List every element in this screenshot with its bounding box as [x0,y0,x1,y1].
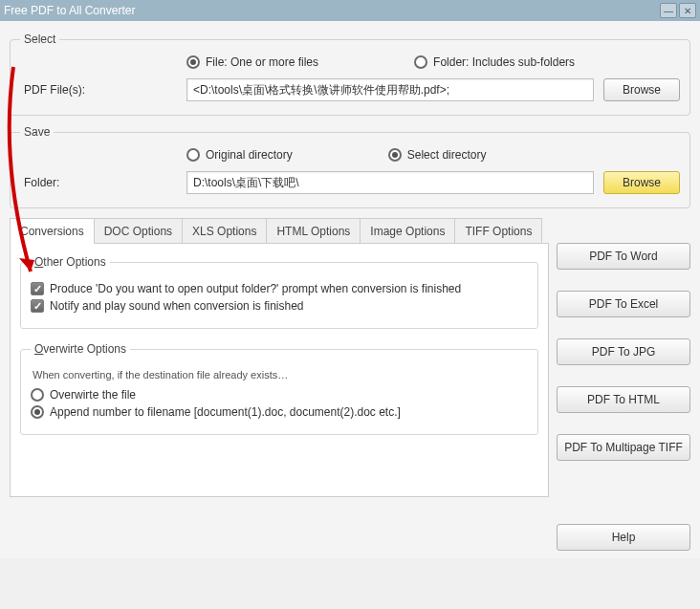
minimize-button[interactable]: — [660,3,677,18]
radio-file-mode[interactable]: File: One or more files [186,55,318,69]
browse-files-button[interactable]: Browse [603,78,680,101]
radio-icon [414,55,427,69]
tab-image-options[interactable]: Image Options [360,218,455,244]
folder-input[interactable] [186,171,594,194]
radio-original-dir[interactable]: Original directory [186,148,293,162]
overwrite-hint: When converting, if the destination file… [33,369,528,381]
radio-append-label: Append number to filename [document(1).d… [50,405,401,419]
tab-doc-options[interactable]: DOC Options [94,218,183,244]
tab-conversions[interactable]: Conversions [10,218,95,244]
pdf-to-excel-button[interactable]: PDF To Excel [557,291,690,317]
radio-original-label: Original directory [206,148,293,162]
radio-append-number[interactable]: Append number to filename [document(1).d… [31,405,528,419]
radio-icon [186,55,200,69]
tab-xls-options[interactable]: XLS Options [182,218,267,244]
radio-folder-label: Folder: Includes sub-folders [433,55,575,69]
pdf-to-jpg-button[interactable]: PDF To JPG [557,338,690,365]
save-group: Save Original directory Select directory… [10,125,690,208]
radio-select-label: Select directory [407,148,487,162]
select-legend: Select [20,33,59,46]
radio-file-label: File: One or more files [206,55,318,69]
pdf-to-multipage-tiff-button[interactable]: PDF To Multipage TIFF [557,434,690,461]
overwrite-legend: Overwirte Options [31,342,130,356]
other-options-group: Other Options Produce 'Do you want to op… [20,255,538,329]
title-bar: Free PDF to All Converter — ✕ [0,0,700,21]
main-panel: Select File: One or more files Folder: I… [0,21,700,558]
tab-strip: Conversions DOC Options XLS Options HTML… [10,218,549,244]
browse-folder-button[interactable]: Browse [603,171,680,194]
other-options-legend: Other Options [31,255,110,269]
check-notify-sound[interactable]: Notify and play sound when conversion is… [31,299,528,313]
close-button[interactable]: ✕ [679,3,696,18]
radio-icon [31,405,44,419]
pdf-to-word-button[interactable]: PDF To Word [557,243,690,270]
radio-icon [186,148,200,162]
radio-overwrite-label: Overwirte the file [50,388,136,402]
folder-label: Folder: [20,176,177,189]
tab-html-options[interactable]: HTML Options [266,218,361,244]
window-title: Free PDF to All Converter [4,4,135,17]
checkbox-icon [31,282,44,295]
checkbox-icon [31,299,44,313]
radio-overwrite-file[interactable]: Overwirte the file [31,388,528,402]
check-notify-label: Notify and play sound when conversion is… [50,299,304,313]
help-button[interactable]: Help [557,524,690,551]
pdf-files-label: PDF File(s): [20,83,177,97]
convert-buttons-column: PDF To Word PDF To Excel PDF To JPG PDF … [557,218,690,551]
pdf-files-input[interactable] [186,78,594,101]
radio-icon [31,388,44,402]
select-group: Select File: One or more files Folder: I… [10,33,690,116]
tab-tiff-options[interactable]: TIFF Options [454,218,542,244]
pdf-to-html-button[interactable]: PDF To HTML [557,386,690,413]
window-controls: — ✕ [660,3,696,18]
radio-select-dir[interactable]: Select directory [388,148,487,162]
radio-icon [388,148,402,162]
check-open-folder-prompt[interactable]: Produce 'Do you want to open output fold… [31,282,528,295]
overwrite-options-group: Overwirte Options When converting, if th… [20,342,538,435]
save-legend: Save [20,125,54,139]
check-open-folder-label: Produce 'Do you want to open output fold… [50,282,461,295]
radio-folder-mode[interactable]: Folder: Includes sub-folders [414,55,575,69]
tab-content-conversions: Other Options Produce 'Do you want to op… [10,243,549,497]
